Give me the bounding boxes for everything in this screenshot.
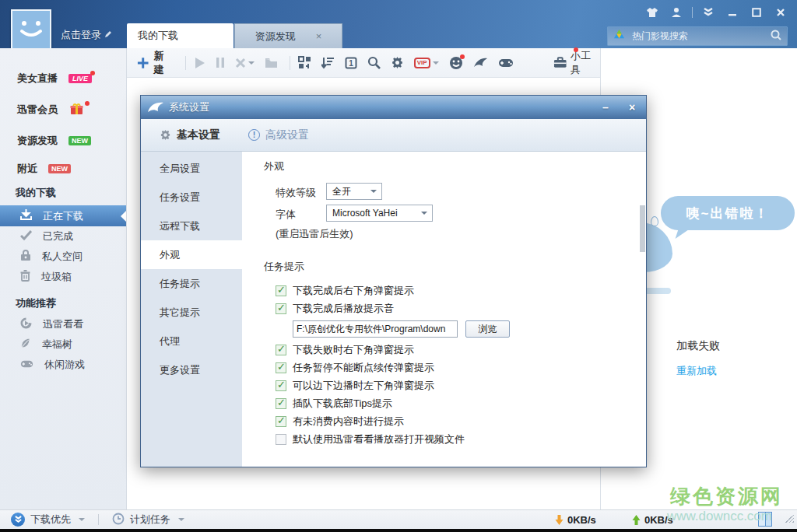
checkbox[interactable]: ✓ [276, 303, 286, 314]
dialog-close-button[interactable]: × [624, 101, 640, 114]
tab-close-icon[interactable]: × [316, 31, 322, 41]
pause-button[interactable] [216, 57, 225, 68]
checkbox[interactable] [276, 434, 286, 445]
sidebar-item-resource-discovery[interactable]: 资源发现 NEW [0, 130, 126, 152]
checkbox[interactable]: ✓ [276, 362, 286, 373]
tab-my-downloads[interactable]: 我的下载 [127, 23, 233, 48]
start-button[interactable] [194, 57, 205, 69]
sort-button[interactable] [321, 57, 335, 69]
dialog-nav-more[interactable]: 更多设置 [141, 355, 242, 384]
sidebar-item-label: 迅雷看看 [43, 317, 83, 331]
dialog-title: 系统设置 [169, 100, 209, 114]
gamepad-icon [20, 359, 33, 371]
reload-link[interactable]: 重新加载 [676, 364, 717, 378]
sidebar-item-happy-tree[interactable]: 幸福树 [0, 334, 126, 355]
checkbox-list: ✓ 下载完成后右下角弹窗提示 ✓ 下载完成后播放提示音 F:\原创优化专用软件\… [276, 282, 540, 448]
download-icon [20, 209, 32, 222]
dialog-nav-proxy[interactable]: 代理 [141, 327, 242, 355]
scheduled-tasks-label[interactable]: 计划任务 [130, 513, 170, 527]
download-priority-label[interactable]: 下载优先 [30, 513, 71, 527]
dialog-titlebar[interactable]: 系统设置 – × [141, 96, 646, 119]
dialog-tab-basic[interactable]: 基本设置 [160, 128, 220, 142]
checkbox[interactable]: ✓ [276, 285, 286, 296]
effect-level-select[interactable]: 全开 [326, 183, 382, 200]
accelerate-button[interactable] [473, 57, 488, 69]
dialog-nav-appearance[interactable]: 外观 [141, 240, 242, 269]
dialog-nav-task-tips[interactable]: 任务提示 [141, 269, 242, 298]
vip-button[interactable]: VIP [414, 58, 439, 68]
minimode-icon[interactable] [700, 5, 717, 19]
checkbox-label: 下载失败时右下角弹窗提示 [293, 343, 414, 357]
sidebar-item-downloading[interactable]: 正在下载 [0, 205, 126, 226]
sidebar-item-casual-games[interactable]: 休闲游戏 [0, 355, 126, 375]
sidebar-item-live-shows[interactable]: 美女直播 LIVE [0, 68, 126, 89]
open-folder-button[interactable] [265, 58, 278, 68]
close-button[interactable] [772, 5, 789, 19]
checkbox[interactable]: ✓ [276, 380, 286, 391]
browse-button[interactable]: 浏览 [465, 320, 510, 338]
checkbox-row[interactable]: ✓ 有未消费内容时进行提示 [276, 412, 540, 430]
chevron-down-icon[interactable] [79, 518, 85, 521]
checkbox-row[interactable]: 默认使用迅雷看看播放器打开视频文件 [276, 430, 540, 448]
dialog-nav-other-tips[interactable]: 其它提示 [141, 298, 242, 327]
minimize-button[interactable] [724, 5, 741, 19]
effect-level-value: 全开 [332, 185, 351, 198]
checkbox[interactable]: ✓ [276, 416, 286, 427]
search-input[interactable]: 热门影视搜索 [607, 26, 788, 46]
gear-icon [391, 56, 404, 69]
tab-label: 资源发现 [255, 30, 296, 44]
font-value: Microsoft YaHei [332, 208, 398, 219]
settings-button[interactable] [391, 56, 404, 69]
chevron-down-icon[interactable] [178, 518, 184, 521]
checkbox-row[interactable]: ✓ 插队下载底部Tips提示 [276, 394, 540, 412]
dialog-content: 外观 特效等级 全开 字体 Microsoft YaHei (重启迅雷后生效) … [242, 152, 646, 467]
limit-button[interactable]: 1 [345, 57, 357, 69]
checkbox-row[interactable]: ✓ 下载完成后右下角弹窗提示 [276, 282, 540, 299]
notification-dot [460, 54, 465, 59]
checkbox-row[interactable]: ✓ 下载完成后播放提示音 [276, 299, 540, 317]
sidebar-item-kankan[interactable]: 迅雷看看 [0, 314, 126, 334]
sound-path-row: F:\原创优化专用软件\Program\down 浏览 [276, 317, 540, 341]
new-task-button[interactable]: 新建 [136, 49, 174, 77]
sidebar-item-label: 休闲游戏 [44, 358, 85, 372]
skin-icon[interactable] [644, 5, 661, 19]
grid-icon [298, 56, 311, 69]
sidebar-item-completed[interactable]: 已完成 [0, 226, 126, 247]
games-button[interactable] [498, 58, 514, 68]
delete-button[interactable] [235, 58, 255, 68]
checkbox-row[interactable]: ✓ 可以边下边播时左下角弹窗提示 [276, 376, 540, 394]
login-link[interactable]: 点击登录 [61, 28, 111, 42]
sidebar-item-trash[interactable]: 垃圾箱 [0, 267, 126, 287]
dialog-nav-global[interactable]: 全局设置 [141, 154, 242, 183]
dialog-nav-remote[interactable]: 远程下载 [141, 212, 242, 240]
trash-icon [20, 270, 30, 284]
dialog-nav-task[interactable]: 任务设置 [141, 183, 242, 212]
app-window: 点击登录 [0, 0, 797, 532]
search-tasks-button[interactable] [367, 56, 381, 69]
checkbox-row[interactable]: ✓ 下载失败时右下角弹窗提示 [276, 341, 540, 359]
font-select[interactable]: Microsoft YaHei [326, 205, 433, 222]
sidebar-item-nearby[interactable]: 附近 NEW [0, 158, 126, 180]
resize-grip[interactable] [785, 514, 794, 523]
tools-button[interactable]: 小工具 [553, 49, 600, 77]
vip-caret-icon[interactable] [433, 61, 439, 65]
tab-resource-discovery[interactable]: 资源发现 × [234, 23, 342, 48]
checkbox[interactable]: ✓ [276, 398, 286, 409]
sidebar-item-vip-member[interactable]: 迅雷会员 [0, 99, 126, 121]
dialog-tab-advanced[interactable]: ! 高级设置 [248, 128, 309, 142]
search-icon[interactable] [770, 29, 782, 44]
sidebar-item-private-space[interactable]: 私人空间 [0, 247, 126, 267]
sound-path-input[interactable]: F:\原创优化专用软件\Program\down [293, 320, 458, 338]
maximize-button[interactable] [748, 5, 765, 19]
checkbox-row[interactable]: ✓ 任务暂停不能断点续传弹窗提示 [276, 359, 540, 376]
vip-icon: VIP [414, 58, 430, 68]
avatar[interactable] [11, 9, 51, 50]
dialog-minimize-button[interactable]: – [598, 101, 613, 114]
view-mode-button[interactable] [298, 56, 311, 69]
emoji-button[interactable] [449, 56, 463, 70]
checkbox[interactable]: ✓ [276, 345, 286, 355]
delete-caret-icon[interactable] [248, 61, 255, 65]
scrollbar-thumb[interactable] [640, 205, 645, 252]
appearance-section-title: 外观 [264, 159, 284, 173]
user-icon[interactable] [668, 5, 685, 19]
